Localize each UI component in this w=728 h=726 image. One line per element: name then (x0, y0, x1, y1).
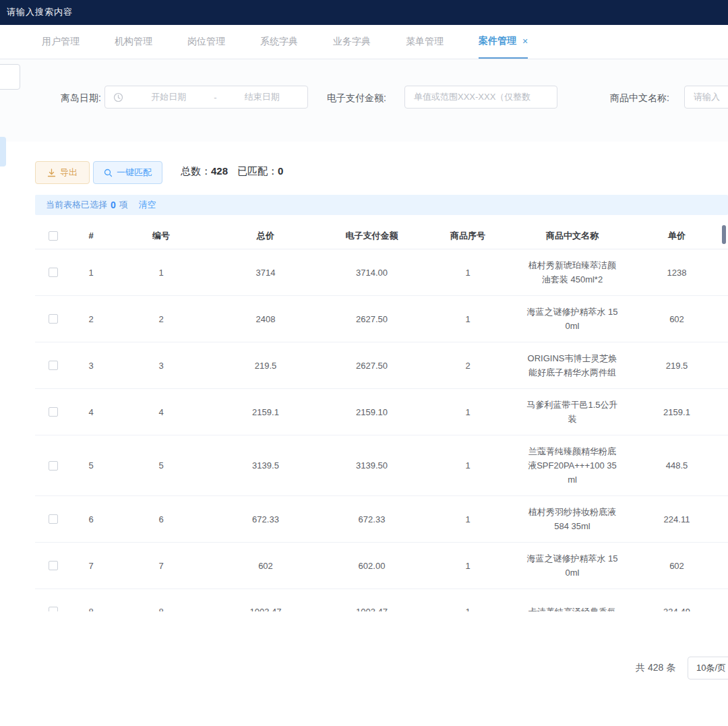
cell-unit: 1238 (633, 268, 721, 278)
cell-code: 1 (111, 268, 212, 278)
partial-panel-corner (0, 64, 20, 90)
select-all-checkbox[interactable] (49, 231, 58, 241)
clock-icon (113, 92, 123, 102)
cell-total: 2159.1 (212, 407, 320, 417)
total-value: 428 (211, 165, 228, 177)
page: 请输入搜索内容 用户管理 机构管理 岗位管理 系统字典 业务字典 菜单管理 案件… (0, 0, 728, 726)
global-search-input[interactable]: 请输入搜索内容 (7, 6, 73, 18)
header-index: # (71, 231, 111, 241)
cell-code: 4 (111, 407, 212, 417)
page-size-value: 10条/页 (696, 662, 726, 674)
cell-index: 1 (71, 268, 111, 278)
total-label: 总数： (181, 165, 211, 177)
cell-epay: 3714.00 (320, 268, 424, 278)
row-checkbox[interactable] (49, 407, 58, 417)
header-code: 编号 (111, 230, 212, 242)
tab-label: 用户管理 (42, 36, 80, 48)
close-icon[interactable]: × (522, 36, 528, 47)
table-row: 6 6 672.33 672.33 1 植村秀羽纱持妆粉底液 584 35ml … (35, 496, 728, 543)
cell-seq: 1 (424, 314, 512, 324)
table-row: 4 4 2159.1 2159.10 1 马爹利蓝带干邑1.5公升装 2159.… (35, 389, 728, 435)
cell-epay: 2159.10 (320, 407, 424, 417)
row-checkbox[interactable] (49, 607, 58, 611)
table-header-row: # 编号 总价 电子支付金额 商品序号 商品中文名称 单价 (35, 222, 728, 249)
amount-placeholder: 单值或范围XXX-XXX（仅整数 (414, 91, 530, 103)
cell-seq: 1 (424, 561, 512, 571)
product-name-input[interactable]: 请输入 (684, 86, 728, 109)
cell-index: 2 (71, 314, 111, 324)
tab-menu-management[interactable]: 菜单管理 (406, 25, 444, 59)
cell-index: 8 (71, 607, 111, 612)
cell-index: 6 (71, 514, 111, 524)
tab-business-dict[interactable]: 业务字典 (333, 25, 371, 59)
clear-selection-link[interactable]: 清空 (139, 199, 156, 211)
row-checkbox[interactable] (49, 361, 58, 370)
cell-name: 植村秀新琥珀臻萃洁颜油套装 450ml*2 (512, 249, 633, 295)
header-epay: 电子支付金额 (320, 230, 424, 242)
cell-name: 兰蔻菁纯臻颜精华粉底液SPF20PA+++100 35ml (512, 435, 633, 495)
cell-name: 海蓝之谜修护精萃水 150ml (512, 543, 633, 588)
table-row: 5 5 3139.5 3139.50 1 兰蔻菁纯臻颜精华粉底液SPF20PA+… (35, 435, 728, 496)
cell-index: 5 (71, 460, 111, 471)
page-size-select[interactable]: 10条/页 (688, 657, 728, 679)
export-button[interactable]: 导出 (35, 161, 90, 184)
tab-system-dict[interactable]: 系统字典 (260, 25, 298, 59)
tab-label: 业务字典 (333, 36, 371, 48)
cell-unit: 334.49 (633, 607, 721, 612)
table-row: 8 8 1003.47 1003.47 1 卡诗菁纯亮泽经典香氛 334.49 (35, 589, 728, 611)
cell-name: 马爹利蓝带干邑1.5公升装 (512, 389, 633, 435)
cell-seq: 1 (424, 460, 512, 471)
cell-unit: 602 (633, 561, 721, 571)
cell-seq: 1 (424, 268, 512, 278)
cell-epay: 672.33 (320, 514, 424, 524)
tab-user-management[interactable]: 用户管理 (42, 25, 80, 59)
tab-org-management[interactable]: 机构管理 (115, 25, 152, 59)
cell-name: 植村秀羽纱持妆粉底液 584 35ml (512, 496, 633, 542)
cell-unit: 602 (633, 314, 721, 324)
header-name: 商品中文名称 (512, 222, 633, 251)
cell-total: 672.33 (212, 514, 320, 524)
row-checkbox[interactable] (49, 561, 58, 570)
cell-total: 602 (212, 561, 320, 571)
pagination-total: 共 428 条 (636, 662, 675, 674)
top-navbar: 请输入搜索内容 (0, 0, 728, 25)
table-row: 7 7 602 602.00 1 海蓝之谜修护精萃水 150ml 602 (35, 543, 728, 589)
row-checkbox[interactable] (49, 268, 58, 277)
cell-index: 4 (71, 407, 111, 417)
tab-label: 岗位管理 (187, 36, 225, 48)
amount-input[interactable]: 单值或范围XXX-XXX（仅整数 (404, 86, 557, 109)
cell-index: 7 (71, 561, 111, 571)
date-start-input[interactable]: 开始日期 (123, 91, 214, 103)
match-counts: 总数：428已匹配：0 (181, 165, 293, 178)
date-range-picker[interactable]: 开始日期 - 结束日期 (104, 86, 308, 109)
amount-filter-label: 电子支付金额: (327, 92, 386, 104)
cell-code: 8 (111, 607, 212, 612)
selection-bar: 当前表格已选择 0 项 清空 (35, 195, 728, 215)
header-total: 总价 (212, 230, 320, 242)
cell-name: ORIGINS韦博士灵芝焕能好底子精华水两件组 (512, 342, 633, 388)
cell-index: 3 (71, 361, 111, 371)
tab-post-management[interactable]: 岗位管理 (187, 25, 225, 59)
search-icon (104, 169, 113, 177)
tab-label: 系统字典 (260, 36, 298, 48)
cell-code: 7 (111, 561, 212, 571)
cell-code: 3 (111, 361, 212, 371)
row-checkbox[interactable] (49, 514, 58, 524)
cell-total: 3714 (212, 268, 320, 278)
one-click-match-button[interactable]: 一键匹配 (93, 161, 162, 184)
selection-count: 0 (111, 200, 116, 210)
cell-unit: 2159.1 (633, 407, 721, 417)
export-label: 导出 (60, 167, 78, 179)
table-row: 3 3 219.5 2627.50 2 ORIGINS韦博士灵芝焕能好底子精华水… (35, 342, 728, 389)
selection-prefix: 当前表格已选择 (46, 199, 107, 211)
date-end-input[interactable]: 结束日期 (217, 91, 307, 103)
tab-case-management[interactable]: 案件管理 × (479, 25, 528, 59)
table-scrollbar[interactable] (722, 225, 726, 244)
tab-label: 菜单管理 (406, 36, 444, 48)
row-checkbox[interactable] (49, 314, 58, 324)
partial-left-element (0, 137, 6, 167)
cell-seq: 1 (424, 514, 512, 524)
row-checkbox[interactable] (49, 461, 58, 471)
date-filter-label: 离岛日期: (61, 92, 101, 104)
header-seq: 商品序号 (424, 230, 512, 242)
